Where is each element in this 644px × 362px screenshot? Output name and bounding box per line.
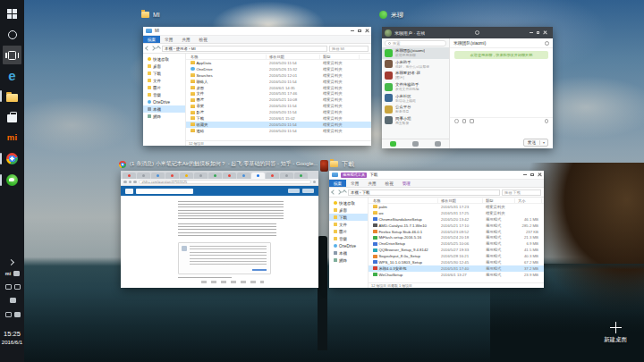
new-desktop-button[interactable]: 新建桌面 — [587, 322, 644, 356]
edge-icon[interactable]: e — [3, 66, 21, 85]
browser-tab — [237, 173, 250, 179]
browser-tab — [280, 173, 293, 179]
thumbnail-label-mitalk[interactable]: 米聊 — [379, 10, 460, 20]
bottom-tab-bar — [382, 139, 449, 148]
browser-tab — [123, 173, 136, 179]
list-item: 小米社区 新活动上线啦 — [382, 92, 449, 104]
send-button: 发送 ▾ — [523, 139, 548, 147]
window-controls — [530, 30, 550, 35]
mitalk-icon — [379, 11, 387, 19]
table-row: OneDrive 2016/5/26 15:32 檔案資料夾 — [186, 66, 371, 72]
clock-date: 2016/6/1 — [0, 340, 24, 345]
search-row: 搜索 — [382, 38, 449, 47]
mitalk-icon[interactable] — [3, 171, 21, 189]
chrome-icon[interactable] — [3, 149, 21, 168]
mitalk-body: 搜索 米聊团队(xiaomi) 欢迎使用米聊 — [382, 38, 553, 148]
battery-icon[interactable] — [5, 284, 12, 290]
ribbon-tab: 檔案 — [329, 180, 346, 187]
tray-row-3 — [2, 298, 23, 303]
taskbar-clock[interactable]: 15:25 2016/6/1 — [0, 330, 24, 345]
comment-link — [252, 269, 267, 271]
contact-pane: 搜索 米聊团队(xiaomi) 欢迎使用米聊 — [382, 38, 450, 148]
page-content — [121, 196, 318, 288]
thumbnail-explorer-mi[interactable]: MI 檔案常用共用檢視 本機 › 使用者 › MI 搜尋 MI 快速存取桌面下載… — [143, 27, 371, 146]
folder-icon — [141, 12, 149, 18]
message-area — [450, 59, 553, 117]
wallpaper-buoy — [320, 160, 328, 172]
window-title: 下載 — [369, 173, 377, 177]
table-row: 音樂 2016/5/20 11:54 檔案資料夾 — [186, 103, 371, 109]
table-row: AMD-Catalyst-15.7.1-Win10 2016/5/21 17:1… — [369, 223, 544, 229]
nav-item: 桌面 — [329, 206, 368, 214]
explorer-body: 快速存取桌面下載文件圖片音樂OneDrive本機網路 名稱修改日期類型大小 pa… — [329, 198, 544, 288]
nav-item: 本機 — [143, 105, 185, 113]
browser-tab-strip — [121, 171, 318, 179]
network-icon[interactable] — [10, 298, 16, 303]
nav-item: 網路 — [143, 113, 185, 120]
input-indicator-icon[interactable] — [14, 312, 21, 317]
browser-tab — [266, 173, 279, 179]
window-controls — [351, 29, 371, 33]
thumbnail-label-explorer-downloads[interactable]: 下載 — [330, 159, 428, 169]
browser-tab — [180, 173, 193, 179]
pagination — [201, 281, 264, 283]
thumbnail-label-chrome[interactable]: (1 条消息) 小米笔记本Air的触摸板如何？ - 起飞·零基础的回答 - 知乎… — [119, 159, 319, 169]
file-explorer-icon[interactable] — [3, 87, 21, 105]
nav-item: 快速存取 — [329, 199, 368, 206]
mi-suite-icon[interactable]: mi — [3, 128, 21, 147]
avatar — [385, 60, 393, 68]
nav-pane: 快速存取桌面下載文件圖片音樂OneDrive本機網路 — [143, 54, 186, 146]
window-controls — [523, 173, 544, 177]
browser-tab — [208, 173, 222, 179]
column-header: 名稱 — [370, 198, 438, 203]
column-headers: 名稱修改日期類型 — [186, 54, 371, 60]
nav-item: 快速存取 — [143, 55, 185, 63]
table-row: MiFlash-setup-2016.5.16 2016/5/24 20:18 … — [369, 234, 544, 240]
browser-address-row: zhihu.com/question/47555525 — [121, 179, 318, 186]
text-paragraph — [178, 223, 276, 238]
ribbon-tab: 常用 — [346, 180, 363, 187]
back-icon — [123, 181, 127, 184]
table-row: WPS_10.1.0.5803_Setup 2016/5/30 12:45 應用… — [369, 259, 544, 265]
thumbnail-title: (1 条消息) 小米笔记本Air的触摸板如何？ - 起飞·零基础的回答 - 知乎… — [130, 160, 318, 168]
file-rows: AppData 2016/5/20 11:54 檔案資料夾 OneDrive 2… — [186, 60, 371, 140]
comment-avatar — [182, 246, 187, 251]
thumbnail-chrome[interactable]: zhihu.com/question/47555525 — [121, 171, 318, 288]
explorer-titlebar: 應用程式工具 下載 — [329, 171, 544, 180]
chat-pane: 米聊团队(xiaomi) 欢迎使用米聊，快来和朋友开始聊天吧 发送 ▾ — [450, 38, 553, 148]
explorer-titlebar: MI — [143, 27, 371, 36]
ribbon-tab: 常用 — [160, 36, 177, 43]
start-icon[interactable] — [3, 4, 21, 23]
store-icon[interactable] — [3, 107, 21, 126]
quick-access-toolbar-icon — [332, 173, 338, 177]
site-search-input — [136, 189, 193, 194]
up-icon — [156, 46, 161, 51]
list-item: 文件传输助手 发送文件到电脑 — [382, 81, 449, 93]
tray-overflow-chevron-icon[interactable] — [8, 259, 14, 265]
text-line — [178, 277, 232, 280]
column-header: 類型 — [483, 198, 515, 203]
mi-tray-icon[interactable]: mi — [5, 271, 11, 276]
favicon — [142, 174, 145, 177]
cortana-icon[interactable] — [3, 25, 21, 44]
volume-icon[interactable] — [14, 284, 21, 290]
folder-icon — [330, 161, 338, 167]
forward-icon — [336, 189, 342, 195]
favicon — [257, 174, 259, 177]
back-icon — [331, 189, 336, 195]
explorer-tray-icon[interactable] — [13, 271, 20, 276]
nav-item: OneDrive — [143, 98, 185, 105]
contact-list: 米聊团队(xiaomi) 欢迎使用米聊 小米助手 你好，有什么可以帮您 — [382, 47, 449, 139]
thumbnail-explorer-downloads[interactable]: 應用程式工具 下載 檔案常用共用檢視管理 本機 › 下載 搜尋 下載 快速存取桌… — [329, 171, 544, 288]
avatar — [385, 29, 392, 37]
avatar — [385, 49, 393, 57]
table-row: Searches 2016/5/20 12:01 檔案資料夾 — [186, 72, 371, 79]
thumbnail-label-explorer-mi[interactable]: MI — [141, 10, 249, 20]
nav-item: 音樂 — [143, 91, 185, 98]
action-center-icon[interactable] — [5, 312, 12, 317]
task-view-icon[interactable] — [3, 46, 21, 64]
avatar — [385, 72, 393, 80]
send-row: 发送 ▾ — [450, 137, 553, 148]
thumbnail-mitalk[interactable]: 米聊用户 · 在线 搜索 — [382, 27, 553, 148]
window-title: MI — [155, 29, 159, 33]
